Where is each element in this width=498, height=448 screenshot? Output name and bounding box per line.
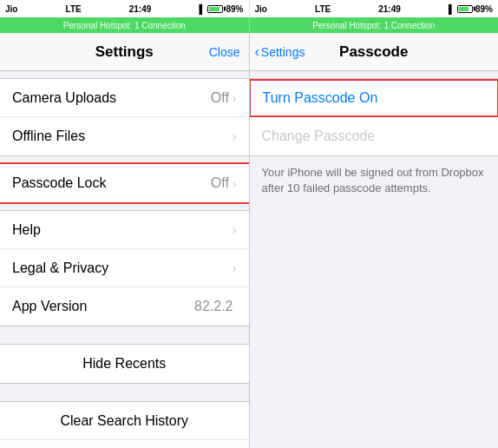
right-nav-title: Passcode (339, 43, 408, 61)
clear-section: Clear Search History Clear Cache (0, 401, 249, 448)
app-version-row: App Version 82.2.2 (0, 287, 249, 326)
change-passcode-row: Change Passcode (250, 117, 499, 155)
legal-privacy-row[interactable]: Legal & Privacy › (0, 249, 249, 287)
legal-privacy-label: Legal & Privacy (12, 260, 233, 276)
table-section-3: Help › Legal & Privacy › App Version 82.… (0, 210, 249, 326)
settings-group-1: Camera Uploads Off › Offline Files › (0, 78, 249, 156)
app-version-value: 82.2.2 (194, 299, 233, 314)
clear-cache-row[interactable]: Clear Cache (0, 440, 249, 448)
app-version-label: App Version (12, 299, 194, 314)
close-button[interactable]: Close (209, 45, 240, 59)
passcode-table: Turn Passcode On Change Passcode (250, 78, 499, 156)
offline-files-label: Offline Files (12, 128, 233, 144)
status-bar: Jio LTE 21:49 ▌ 89% Jio LTE 21:49 ▌ 89% (0, 0, 498, 17)
camera-uploads-row[interactable]: Camera Uploads Off › (0, 79, 249, 117)
panels: Camera Uploads Off › Offline Files › Pas… (0, 71, 498, 448)
right-panel: Turn Passcode On Change Passcode Your iP… (250, 71, 499, 448)
carrier-right: Jio (255, 4, 267, 14)
turn-passcode-on-label: Turn Passcode On (263, 90, 486, 106)
help-row[interactable]: Help › (0, 211, 249, 249)
signal-right: ▌ (449, 4, 455, 14)
hotspot-right: Personal Hotspot: 1 Connection (249, 17, 499, 33)
passcode-info-text: Your iPhone will be signed out from Drop… (250, 156, 499, 205)
camera-uploads-value: Off (211, 90, 229, 106)
network-right: LTE (315, 4, 331, 14)
hide-recents-label: Hide Recents (82, 356, 166, 372)
clear-search-history-row[interactable]: Clear Search History (0, 402, 249, 440)
battery-left (207, 5, 223, 13)
passcode-lock-row[interactable]: Passcode Lock Off › (0, 164, 249, 202)
table-section-1: Camera Uploads Off › Offline Files › (0, 78, 249, 156)
left-nav-title: Settings (95, 43, 154, 61)
passcode-lock-chevron-icon: › (233, 176, 237, 190)
battery-pct-right: 89% (475, 4, 493, 14)
time-left: 21:49 (129, 4, 152, 14)
time-right: 21:49 (378, 4, 401, 14)
passcode-lock-value: Off (211, 175, 229, 191)
network-left: LTE (66, 4, 82, 14)
status-bar-left: Jio LTE 21:49 ▌ 89% (0, 0, 249, 17)
status-icons-left: ▌ 89% (199, 4, 243, 14)
left-nav: Settings Close (0, 33, 249, 70)
carrier-left: Jio (5, 4, 17, 14)
passcode-group: Turn Passcode On Change Passcode (250, 78, 499, 156)
hide-recents-section: Hide Recents (0, 344, 249, 384)
battery-right (457, 5, 473, 13)
right-nav: ‹ Settings Passcode (249, 33, 499, 70)
nav-bar: Settings Close ‹ Settings Passcode (0, 33, 498, 71)
hide-recents-row[interactable]: Hide Recents (0, 345, 249, 383)
table-section-2: Passcode Lock Off › (0, 163, 249, 203)
change-passcode-label: Change Passcode (262, 128, 487, 144)
status-icons-right: ▌ 89% (449, 4, 493, 14)
passcode-lock-label: Passcode Lock (12, 175, 211, 191)
legal-privacy-chevron-icon: › (233, 261, 237, 275)
settings-group-2: Passcode Lock Off › (0, 163, 249, 203)
camera-uploads-chevron-icon: › (233, 91, 237, 105)
back-chevron-icon: ‹ (255, 44, 259, 60)
status-bar-right: Jio LTE 21:49 ▌ 89% (249, 0, 499, 17)
left-panel: Camera Uploads Off › Offline Files › Pas… (0, 71, 250, 448)
clear-search-history-label: Clear Search History (60, 413, 188, 429)
settings-group-3: Help › Legal & Privacy › App Version 82.… (0, 210, 249, 326)
signal-left: ▌ (199, 4, 205, 14)
battery-pct-left: 89% (226, 4, 243, 14)
hotspot-left: Personal Hotspot: 1 Connection (0, 17, 249, 33)
back-button[interactable]: ‹ Settings (255, 44, 305, 60)
offline-files-chevron-icon: › (233, 129, 237, 143)
help-chevron-icon: › (233, 223, 237, 237)
offline-files-row[interactable]: Offline Files › (0, 117, 249, 155)
hotspot-bar: Personal Hotspot: 1 Connection Personal … (0, 17, 498, 33)
camera-uploads-label: Camera Uploads (12, 90, 211, 106)
turn-passcode-on-row[interactable]: Turn Passcode On (250, 79, 499, 117)
help-label: Help (12, 222, 233, 238)
